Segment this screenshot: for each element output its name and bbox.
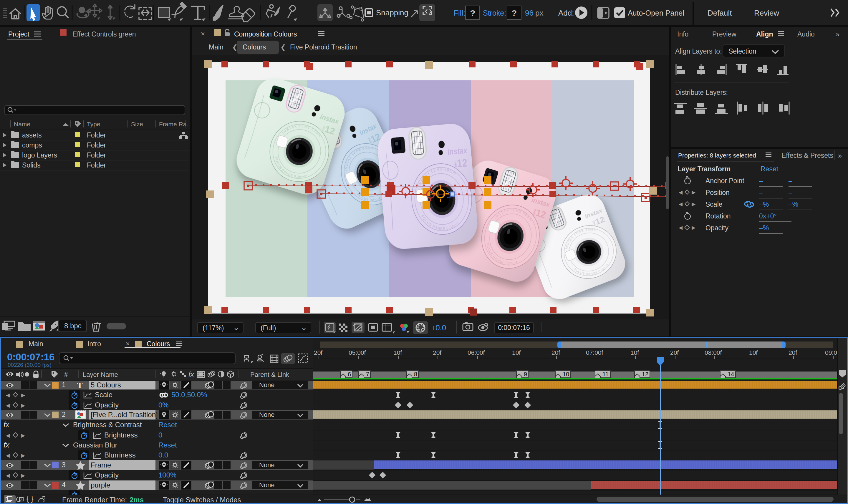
svg-text:fx: fx (188, 370, 194, 378)
svg-text:Default: Default (707, 8, 732, 17)
svg-text:Fill:: Fill: (453, 8, 465, 17)
svg-text:?: ? (470, 8, 475, 18)
svg-text:Add:: Add: (558, 8, 574, 17)
svg-text:Stroke:: Stroke: (483, 9, 506, 17)
svg-text:+0.0: +0.0 (431, 323, 446, 332)
svg-text:96: 96 (525, 8, 534, 17)
svg-text:Review: Review (754, 8, 779, 17)
svg-text:px: px (535, 8, 543, 17)
svg-text:?: ? (511, 8, 517, 18)
svg-text:Snapping: Snapping (376, 8, 409, 17)
svg-text:Auto-Open Panel: Auto-Open Panel (628, 9, 684, 17)
svg-text:8 bpc: 8 bpc (64, 322, 82, 330)
